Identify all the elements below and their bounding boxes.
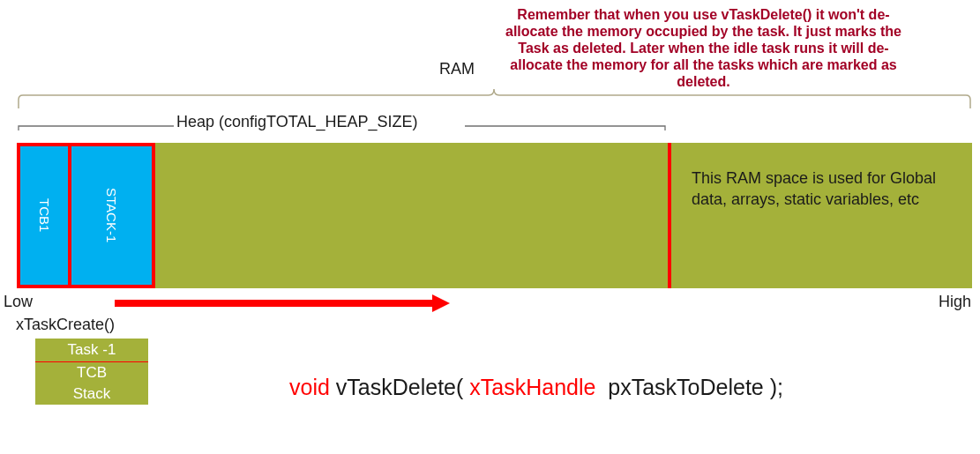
ram-bracket-icon bbox=[17, 86, 972, 108]
heap-divider bbox=[668, 143, 671, 288]
heap-section: TCB1 STACK-1 bbox=[17, 143, 670, 288]
xtaskcreate-label: xTaskCreate() bbox=[16, 316, 115, 334]
code-signature: void vTaskDelete( xTaskHandle pxTaskToDe… bbox=[289, 375, 783, 400]
function-name: vTaskDelete( bbox=[330, 375, 469, 399]
heap-label: Heap (configTOTAL_HEAP_SIZE) bbox=[176, 113, 417, 131]
growth-arrow-icon bbox=[115, 293, 450, 314]
ram-memory-bar: TCB1 STACK-1 This RAM space is used for … bbox=[17, 143, 972, 288]
warning-text: Remember that when you use vTaskDelete()… bbox=[503, 7, 904, 90]
high-address-label: High bbox=[939, 293, 971, 311]
svg-marker-1 bbox=[432, 294, 450, 312]
global-data-section: This RAM space is used for Global data, … bbox=[670, 143, 972, 288]
ram-label: RAM bbox=[439, 60, 475, 78]
keyword-void: void bbox=[289, 375, 330, 399]
tcb-block: TCB1 bbox=[17, 143, 71, 288]
type-name: xTaskHandle bbox=[469, 375, 595, 399]
stack-block: STACK-1 bbox=[71, 143, 155, 288]
task-box-stack: Stack bbox=[35, 383, 148, 405]
task-box-title: Task -1 bbox=[35, 339, 148, 362]
task-box-tcb: TCB bbox=[35, 362, 148, 383]
low-address-label: Low bbox=[4, 293, 33, 311]
task-box: Task -1 TCB Stack bbox=[35, 339, 148, 405]
param-name: pxTaskToDelete ); bbox=[595, 375, 783, 399]
